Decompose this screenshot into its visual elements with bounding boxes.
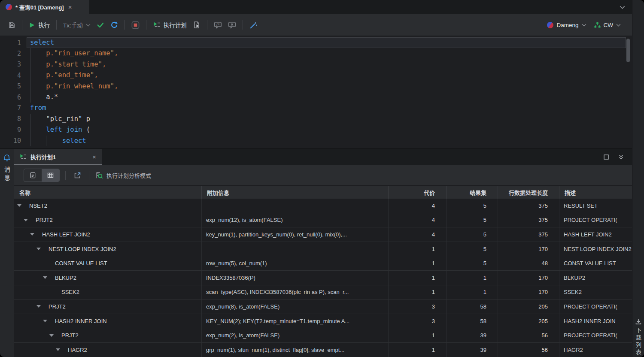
cell-len: 48 bbox=[498, 256, 559, 270]
cell-cost: 1 bbox=[389, 256, 447, 270]
cell-desc: CONST VALUE LIST bbox=[559, 256, 632, 270]
messages-tab[interactable]: 消息 bbox=[3, 166, 11, 183]
cell-desc: SSEK2 bbox=[559, 285, 632, 300]
sql-editor[interactable]: 1select2 p."rin_user_name",3 p."start_ti… bbox=[0, 36, 632, 148]
plan-table-row[interactable]: SSEK2scan_type(ASC), INDEX33587036(plc_r… bbox=[14, 285, 632, 300]
document-view-icon bbox=[30, 172, 36, 178]
tree-collapse-icon[interactable] bbox=[43, 276, 55, 279]
plan-table-row[interactable]: NEST LOOP INDEX JOIN215170NEST LOOP INDE… bbox=[14, 242, 632, 257]
cell-cost: 1 bbox=[389, 285, 447, 300]
right-activity-bar: 下载列表 bbox=[632, 0, 644, 357]
cell-result: 1 bbox=[447, 285, 498, 300]
cell-desc: NEST LOOP INDEX JOIN2 bbox=[559, 242, 632, 256]
column-header-description[interactable]: 描述 bbox=[559, 186, 632, 199]
tree-collapse-icon[interactable] bbox=[36, 305, 49, 308]
line-number: 2 bbox=[0, 50, 27, 57]
close-icon[interactable]: × bbox=[67, 4, 73, 10]
cell-cost: 4 bbox=[389, 213, 447, 227]
plan-table-header: 名称 附加信息 代价 结果集 行数据处理长度 描述 bbox=[14, 186, 632, 199]
line-number: 10 bbox=[0, 137, 27, 145]
plan-toolbar: 执行计划分析模式 bbox=[14, 165, 632, 186]
plan-analyze-icon bbox=[95, 171, 103, 179]
chevron-down-icon bbox=[582, 24, 586, 27]
download-list-button[interactable]: 下载列表 bbox=[632, 318, 644, 357]
cell-info: row_num(5), col_num(1) bbox=[202, 256, 389, 270]
cell-desc: PROJECT OPERATI( bbox=[559, 300, 632, 314]
plan-table-row[interactable]: HASH LEFT JOIN2key_num(1), partition_key… bbox=[14, 227, 632, 242]
cell-desc: BLKUP2 bbox=[559, 271, 632, 285]
execute-script-button[interactable] bbox=[190, 19, 204, 31]
connection-dropdown[interactable]: Dameng bbox=[547, 22, 586, 28]
grid-view-button[interactable] bbox=[42, 169, 59, 182]
text-view-button[interactable] bbox=[24, 169, 42, 182]
plan-table-row[interactable]: PRJT2exp_num(2), is_atom(FALSE)13956PROJ… bbox=[14, 328, 632, 343]
toolbar: 执行 Tx:手动 bbox=[0, 14, 632, 36]
code-line: 3 p."start_time", bbox=[0, 59, 632, 70]
maximize-icon bbox=[603, 154, 609, 160]
separator bbox=[56, 20, 57, 30]
collapse-panel-button[interactable] bbox=[618, 154, 624, 160]
tree-collapse-icon[interactable] bbox=[17, 204, 29, 207]
plan-table-row[interactable]: CONST VALUE LISTrow_num(5), col_num(1)15… bbox=[14, 256, 632, 271]
script-run-icon bbox=[193, 21, 200, 29]
file-tab-strip: * 查询01 [Dameng] × bbox=[0, 0, 632, 14]
cell-cost: 1 bbox=[389, 271, 447, 285]
cell-cost: 1 bbox=[389, 328, 447, 342]
cell-len: 170 bbox=[498, 242, 559, 256]
cell-len: 56 bbox=[498, 343, 559, 357]
plan-table-row[interactable]: PRJT2exp_num(12), is_atom(FALSE)45375PRO… bbox=[14, 213, 632, 228]
tree-collapse-icon[interactable] bbox=[36, 248, 49, 250]
editor-scrollbar[interactable] bbox=[626, 39, 630, 62]
column-header-resultset[interactable]: 结果集 bbox=[447, 186, 498, 199]
schema-dropdown[interactable]: CW bbox=[594, 22, 621, 28]
save-button[interactable] bbox=[5, 19, 18, 31]
plan-table-row[interactable]: NSET245375RESULT SET bbox=[14, 199, 632, 213]
ai-assistant-button[interactable] bbox=[246, 19, 261, 31]
column-header-info[interactable]: 附加信息 bbox=[202, 186, 389, 199]
add-comment-button[interactable]: /* bbox=[211, 19, 225, 31]
magic-wand-icon bbox=[249, 21, 258, 29]
cell-desc: PROJECT OPERATI( bbox=[559, 328, 632, 342]
plan-table-row[interactable]: HAGR2grp_num(1), sfun_num(1), distinct_f… bbox=[14, 343, 632, 357]
export-plan-button[interactable] bbox=[71, 169, 83, 182]
line-number: 9 bbox=[0, 126, 27, 134]
cell-info: grp_num(1), sfun_num(1), distinct_flag[0… bbox=[202, 343, 389, 357]
column-header-cost[interactable]: 代价 bbox=[389, 186, 447, 199]
tree-collapse-icon[interactable] bbox=[43, 320, 55, 322]
cell-info: exp_num(12), is_atom(FALSE) bbox=[202, 213, 389, 227]
column-header-name[interactable]: 名称 bbox=[14, 186, 202, 199]
tab-query01[interactable]: * 查询01 [Dameng] × bbox=[0, 0, 89, 14]
plan-table-row[interactable]: BLKUP2INDEX33587036(P)11170BLKUP2 bbox=[14, 271, 632, 285]
tab-execution-plan[interactable]: 执行计划1 × bbox=[14, 149, 102, 165]
tab-list-chevron-icon[interactable] bbox=[620, 6, 625, 9]
double-chevron-down-icon bbox=[618, 154, 624, 160]
commit-button[interactable] bbox=[94, 19, 107, 31]
remove-comment-button[interactable] bbox=[225, 19, 239, 31]
code-line: 8 "plc_rin" p bbox=[0, 114, 632, 124]
plan-table-row[interactable]: HASH2 INNER JOINKEY_NUM(2); KEY(T2.temp_… bbox=[14, 314, 632, 329]
notifications-button[interactable] bbox=[3, 154, 11, 163]
rollback-button[interactable] bbox=[107, 19, 121, 31]
check-icon bbox=[97, 21, 104, 29]
cell-len: 375 bbox=[498, 199, 559, 213]
stop-button[interactable] bbox=[128, 19, 143, 31]
tree-collapse-icon[interactable] bbox=[30, 233, 42, 236]
tx-mode-dropdown[interactable]: Tx:手动 bbox=[60, 18, 94, 31]
cell-desc: HAGR2 bbox=[559, 343, 632, 357]
panel-body: 执行计划1 × bbox=[14, 149, 632, 357]
maximize-panel-button[interactable] bbox=[603, 154, 609, 160]
close-icon[interactable]: × bbox=[91, 154, 97, 160]
column-header-rowlength[interactable]: 行数据处理长度 bbox=[498, 186, 559, 199]
separator bbox=[243, 20, 243, 30]
app-window: * 查询01 [Dameng] × 执行 bbox=[0, 0, 644, 357]
tree-collapse-icon[interactable] bbox=[49, 334, 61, 337]
plan-analyze-mode-button[interactable]: 执行计划分析模式 bbox=[95, 171, 151, 179]
run-button[interactable]: 执行 bbox=[26, 18, 53, 31]
explain-plan-button[interactable]: 执行计划 bbox=[150, 18, 190, 31]
tree-collapse-icon[interactable] bbox=[24, 219, 36, 221]
code-line: 1select bbox=[0, 37, 632, 48]
cell-result: 5 bbox=[447, 227, 498, 242]
plan-table-row[interactable]: PRJT2exp_num(8), is_atom(FALSE)358205PRO… bbox=[14, 300, 632, 314]
tree-collapse-icon[interactable] bbox=[56, 348, 68, 351]
cell-len: 375 bbox=[498, 227, 559, 242]
